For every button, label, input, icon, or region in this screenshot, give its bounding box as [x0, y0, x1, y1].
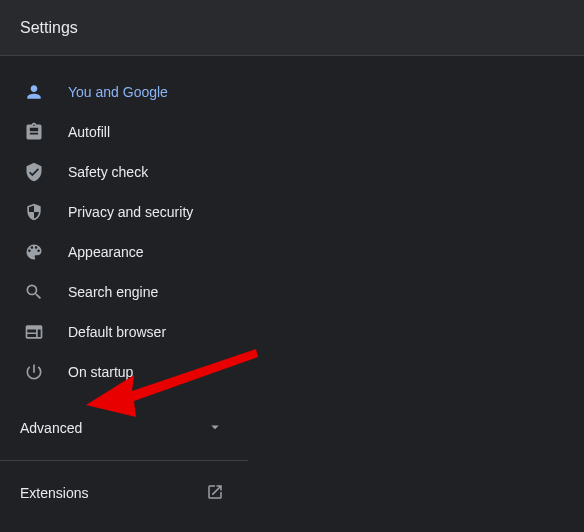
sidebar-item-label: Appearance: [68, 244, 144, 260]
person-icon: [24, 82, 44, 102]
sidebar-item-label: You and Google: [68, 84, 168, 100]
sidebar-item-label: On startup: [68, 364, 133, 380]
advanced-label: Advanced: [20, 420, 82, 436]
sidebar-item-label: Default browser: [68, 324, 166, 340]
sidebar-item-label: Safety check: [68, 164, 148, 180]
sidebar-item-label: Search engine: [68, 284, 158, 300]
sidebar-item-label: Autofill: [68, 124, 110, 140]
sidebar-item-autofill[interactable]: Autofill: [0, 112, 248, 152]
extensions-label: Extensions: [20, 485, 88, 501]
chevron-down-icon: [206, 418, 224, 439]
safety-check-icon: [24, 162, 44, 182]
browser-icon: [24, 322, 44, 342]
sidebar-about-chrome[interactable]: About Chrome: [0, 517, 248, 532]
shield-icon: [24, 202, 44, 222]
sidebar-item-you-and-google[interactable]: You and Google: [0, 72, 248, 112]
settings-sidebar: You and Google Autofill Safety check Pri…: [0, 56, 248, 532]
sidebar-item-search-engine[interactable]: Search engine: [0, 272, 248, 312]
autofill-icon: [24, 122, 44, 142]
divider: [0, 460, 248, 461]
sidebar-extensions[interactable]: Extensions: [0, 469, 248, 517]
sidebar-item-privacy-security[interactable]: Privacy and security: [0, 192, 248, 232]
palette-icon: [24, 242, 44, 262]
sidebar-advanced-toggle[interactable]: Advanced: [0, 404, 248, 452]
page-title: Settings: [20, 19, 78, 37]
sidebar-item-safety-check[interactable]: Safety check: [0, 152, 248, 192]
search-icon: [24, 282, 44, 302]
settings-header: Settings: [0, 0, 584, 56]
sidebar-item-label: Privacy and security: [68, 204, 193, 220]
sidebar-item-default-browser[interactable]: Default browser: [0, 312, 248, 352]
sidebar-item-on-startup[interactable]: On startup: [0, 352, 248, 392]
open-in-new-icon: [206, 483, 224, 504]
power-icon: [24, 362, 44, 382]
sidebar-item-appearance[interactable]: Appearance: [0, 232, 248, 272]
